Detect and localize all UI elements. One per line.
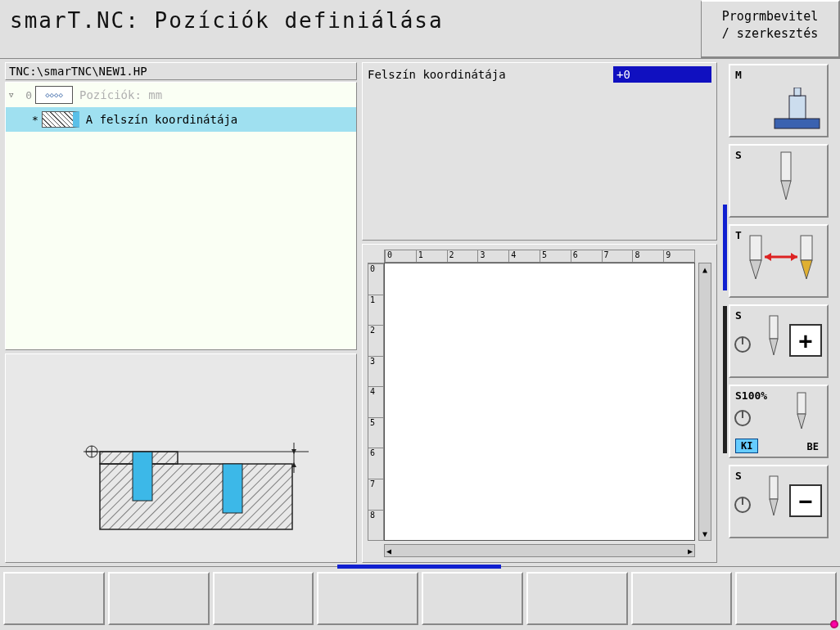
softkey-6[interactable]	[526, 572, 628, 625]
side-accent	[720, 59, 727, 566]
mode-button[interactable]: Progrmbevitel / szerkesztés	[701, 0, 840, 58]
side-button-s100[interactable]: S100% KI BE	[729, 385, 829, 458]
softkey-4[interactable]	[317, 572, 418, 625]
softkey-7[interactable]	[631, 572, 733, 625]
scrollbar-horizontal[interactable]: ◀▶	[384, 544, 695, 557]
tool-small-icon	[763, 475, 784, 524]
tree-panel[interactable]: ▽ 0 ◇◇◇◇ Pozíciók: mm * A felszín koordi…	[5, 82, 357, 350]
surface-coord-input[interactable]	[613, 66, 711, 83]
softkey-3[interactable]	[213, 572, 314, 625]
diagram-svg	[6, 354, 358, 559]
tool-icon	[770, 151, 802, 208]
positions-icon: ◇◇◇◇	[35, 86, 73, 104]
ruler-horizontal: 0 1 2 3 4 5 6 7 8 9	[384, 250, 695, 263]
surface-icon	[42, 111, 79, 128]
drawing-canvas[interactable]	[384, 263, 695, 541]
tree-root[interactable]: ▽ 0 ◇◇◇◇ Pozíciók: mm	[6, 83, 356, 107]
side-button-s-tool[interactable]: S	[729, 144, 829, 218]
mode-line1: Progrmbevitel	[708, 8, 832, 25]
corner-indicator-icon	[830, 620, 838, 628]
tool-swap-icon	[735, 234, 825, 291]
side-button-m-label: M	[735, 69, 742, 81]
svg-marker-14	[781, 181, 791, 200]
file-path: TNC:\smarTNC\NEW1.HP	[5, 62, 357, 80]
scrollbar-vertical[interactable]: ▲▼	[698, 263, 711, 541]
side-button-m[interactable]: M	[729, 64, 829, 137]
softkey-2[interactable]	[108, 572, 210, 625]
svg-rect-10	[775, 119, 820, 128]
ruler-vertical: 0 1 2 3 4 5 6 7 8	[368, 263, 384, 541]
svg-rect-17	[801, 236, 812, 260]
mode-line2: / szerkesztés	[708, 25, 832, 43]
side-button-s-label: S	[735, 149, 742, 161]
svg-marker-16	[750, 260, 761, 279]
svg-marker-21	[791, 253, 797, 261]
scroll-left-icon[interactable]: ◀	[386, 547, 391, 556]
svg-rect-32	[770, 476, 778, 499]
softkey-8[interactable]	[735, 572, 837, 625]
be-label: BE	[804, 440, 822, 453]
svg-rect-12	[794, 88, 801, 96]
tree-item-surface-coord[interactable]: * A felszín koordinátája	[6, 107, 356, 132]
side-button-s-plus[interactable]: S +	[729, 304, 829, 378]
help-diagram	[5, 353, 357, 563]
svg-rect-4	[223, 464, 242, 513]
side-button-s100-label: S100%	[735, 389, 767, 402]
ki-badge: KI	[735, 439, 758, 453]
parameter-panel: Felszín koordinátája	[362, 62, 717, 241]
tool-small-icon	[763, 314, 784, 363]
svg-rect-3	[133, 452, 152, 501]
softkey-bar	[0, 566, 840, 630]
machine-icon	[766, 88, 824, 133]
side-button-s2-label: S	[735, 309, 742, 322]
param-label-surface: Felszín koordinátája	[368, 68, 607, 81]
dial-icon	[734, 409, 752, 427]
side-button-s3-label: S	[735, 470, 742, 482]
svg-rect-24	[770, 316, 778, 339]
svg-rect-15	[750, 236, 761, 260]
svg-marker-33	[770, 499, 778, 515]
scroll-down-icon[interactable]: ▼	[702, 529, 707, 538]
side-button-s-minus[interactable]: S −	[729, 465, 829, 538]
softkey-1[interactable]	[3, 572, 105, 625]
tree-index: 0	[20, 89, 32, 101]
svg-marker-25	[770, 339, 778, 355]
dial-icon	[734, 335, 752, 353]
svg-marker-20	[765, 253, 771, 261]
plus-icon: +	[789, 324, 822, 357]
scroll-right-icon[interactable]: ▶	[688, 547, 693, 556]
svg-marker-18	[801, 260, 812, 279]
softkey-accent	[337, 565, 501, 569]
svg-rect-11	[789, 96, 806, 119]
side-button-t[interactable]: T	[729, 224, 829, 298]
graphic-canvas-panel: 0 1 2 3 4 5 6 7 8 9 0 1 2 3 4 5 6 7 8	[362, 244, 717, 563]
svg-rect-13	[781, 152, 791, 181]
svg-rect-28	[797, 393, 806, 414]
dial-icon	[734, 496, 752, 514]
tool-small-icon	[791, 391, 812, 436]
svg-marker-29	[797, 414, 806, 429]
minus-icon: −	[789, 484, 822, 517]
tree-item-label: A felszín koordinátája	[86, 113, 237, 126]
svg-rect-1	[100, 464, 292, 529]
expand-icon[interactable]: ▽	[9, 91, 17, 99]
page-title: smarT.NC: Pozíciók definiálása	[0, 0, 701, 58]
tree-item-marker: *	[32, 114, 38, 126]
softkey-5[interactable]	[422, 572, 523, 625]
tree-root-label: Pozíciók: mm	[79, 88, 162, 101]
scroll-up-icon[interactable]: ▲	[702, 265, 707, 274]
